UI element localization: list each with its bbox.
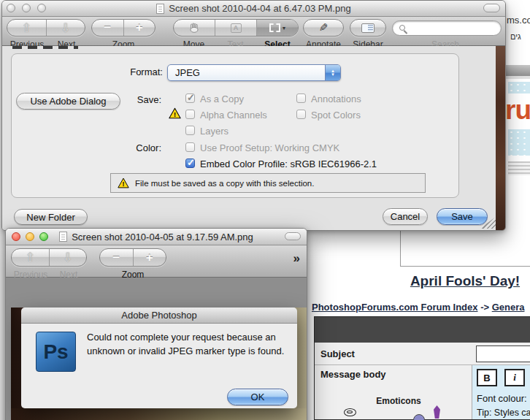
window2-title: Screen shot 2010-04-05 at 9.17.59 AM.png	[72, 232, 253, 243]
styles-tip-text: Tip: Styles can	[477, 408, 530, 418]
window1-content: Format: JPEG ▲▼ Use Adobe Dialog Save: ✓…	[2, 46, 505, 230]
search-input[interactable]	[392, 20, 502, 36]
zoom-out-button[interactable]: −	[100, 249, 133, 266]
browser-toolbar-edge	[506, 76, 530, 79]
spot-colors-checkbox[interactable]	[296, 110, 306, 119]
previous-arrow-icon: ⇧	[21, 20, 31, 36]
hand-icon	[188, 22, 200, 34]
photoshop-app-icon: Ps	[36, 332, 76, 372]
save-button[interactable]: Save	[437, 208, 488, 225]
minimize-button[interactable]	[22, 4, 31, 12]
site-banner-dots-top	[508, 82, 530, 93]
select-tool-button[interactable]: ▾	[256, 20, 298, 36]
use-proof-setup-label: Use Proof Setup: Working CMYK	[200, 142, 339, 153]
page-heading: April Fools' Day!	[400, 273, 530, 289]
window1-titlebar[interactable]: Screen shot 2010-04-04 at 6.47.03 PM.png	[2, 1, 505, 17]
previous-arrow-icon: ⇧	[25, 250, 35, 265]
warning-strip: ! File must be saved as a copy with this…	[110, 173, 426, 193]
sidebar-button[interactable]	[350, 19, 386, 37]
next-button[interactable]: ⇩	[46, 20, 85, 36]
format-popup[interactable]: JPEG ▲▼	[167, 64, 341, 81]
window2-content: Adobe Photoshop Ps Could not complete yo…	[6, 278, 307, 420]
more-tools-button[interactable]: »	[293, 251, 300, 266]
embed-color-profile-checkbox[interactable]: ✓	[185, 159, 195, 168]
bold-button[interactable]: B	[477, 369, 497, 386]
as-a-copy-label: As a Copy	[200, 93, 244, 104]
save-section-label: Save:	[74, 94, 161, 105]
color-section-label: Color:	[74, 142, 161, 153]
window2-toolbar: ⇧ ⇩ Previous Next − + Zoom »	[6, 245, 307, 278]
zoom-window-button[interactable]	[37, 4, 46, 12]
toolbar-toggle-button[interactable]	[285, 232, 301, 240]
search-icon	[399, 25, 405, 31]
new-folder-button[interactable]: New Folder	[14, 209, 88, 225]
alpha-channels-label: Alpha Channels	[200, 110, 267, 121]
font-colour-label: Font colour:	[477, 393, 527, 404]
alpha-channels-checkbox[interactable]	[185, 110, 195, 119]
toolbar-toggle-button[interactable]	[483, 4, 500, 12]
layers-checkbox[interactable]	[185, 126, 195, 135]
close-button[interactable]	[12, 232, 20, 241]
window2-titlebar[interactable]: Screen shot 2010-04-05 at 9.17.59 AM.png	[6, 229, 307, 245]
annotations-checkbox[interactable]	[296, 93, 306, 103]
subject-row: Subject	[315, 343, 530, 365]
zoom-in-icon: +	[146, 251, 153, 265]
zoom-in-icon: +	[136, 20, 143, 35]
alpha-warning-icon: !	[169, 107, 181, 119]
popup-stepper-icon: ▲▼	[325, 65, 340, 80]
error-dialog-body: Ps Could not complete your request becau…	[21, 324, 297, 408]
breadcrumb-forum-index-link[interactable]: PhotoshopForums.com Forum Index	[312, 302, 478, 313]
screenshot-brown-edge	[496, 46, 505, 230]
emoticon-grin-icon[interactable]	[344, 408, 356, 416]
site-logo-fragment: run	[505, 95, 530, 126]
previous-button[interactable]: ⇧	[12, 249, 49, 266]
forum-post-table: Subject Message body Emoticons B i Font …	[314, 316, 530, 420]
next-arrow-icon: ⇩	[63, 250, 73, 265]
next-button[interactable]: ⇩	[49, 249, 87, 266]
breadcrumb-section-link[interactable]: Genera	[492, 302, 525, 313]
check-icon: ✓	[187, 157, 195, 168]
previous-button[interactable]: ⇧	[7, 20, 46, 36]
zoom-window-button[interactable]	[39, 232, 48, 241]
format-label: Format:	[75, 66, 163, 77]
emoticons-label: Emoticons	[362, 396, 435, 406]
move-tool-button[interactable]	[174, 20, 215, 36]
browser-clipped-title: ms.co	[507, 15, 530, 26]
bookmark-bar-item[interactable]: גים	[510, 32, 521, 41]
screenshot-edge-artifact	[12, 46, 78, 49]
emoticon-sprite-icon[interactable]	[434, 405, 440, 419]
preview-window-1: Screen shot 2010-04-04 at 6.47.03 PM.png…	[1, 0, 506, 231]
screenshot-photo-bottom	[11, 408, 307, 420]
page-text-fragment	[508, 161, 530, 175]
close-button[interactable]	[7, 4, 15, 12]
minimize-button[interactable]	[26, 232, 34, 241]
use-proof-setup-checkbox[interactable]	[185, 142, 195, 152]
select-caret-icon: ▾	[283, 25, 285, 31]
error-message: Could not complete your request because …	[87, 331, 293, 359]
emoticon-face-icon[interactable]	[413, 414, 425, 420]
annotations-label: Annotations	[311, 93, 361, 104]
italic-button[interactable]: i	[504, 369, 525, 386]
next-arrow-icon: ⇩	[61, 20, 71, 36]
warning-icon: !	[118, 177, 129, 188]
sidebar-icon	[361, 23, 375, 33]
as-a-copy-checkbox[interactable]: ✓	[185, 93, 195, 103]
text-tool-icon: A	[231, 23, 242, 33]
forum-table-header	[315, 317, 530, 343]
zoom-in-button[interactable]: +	[123, 20, 155, 36]
zoom-in-button[interactable]: +	[133, 249, 166, 266]
cancel-button[interactable]: Cancel	[383, 208, 428, 225]
window1-toolbar: ⇧ ⇩ Previous Next − + Zoom A ▾ Move Text…	[2, 17, 505, 46]
error-dialog-titlebar: Adobe Photoshop	[21, 308, 297, 324]
check-icon: ✓	[187, 92, 195, 103]
spot-colors-label: Spot Colors	[311, 110, 361, 121]
subject-input[interactable]	[476, 345, 530, 362]
warning-text: File must be saved as a copy with this s…	[135, 179, 314, 188]
document-icon	[59, 232, 67, 242]
select-marquee-icon	[269, 23, 280, 32]
ok-button[interactable]: OK	[227, 389, 288, 405]
annotate-button[interactable]: ✎	[303, 19, 344, 37]
browser-toolbar-fragment	[506, 65, 530, 76]
text-tool-button[interactable]: A	[215, 20, 256, 36]
zoom-out-button[interactable]: −	[92, 20, 123, 36]
